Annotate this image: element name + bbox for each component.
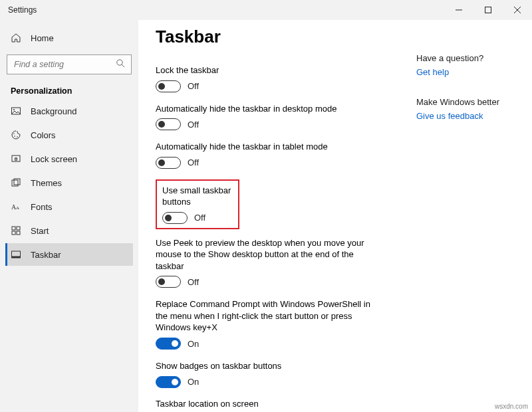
right-rail: Have a question? Get help Make Windows b… (416, 27, 499, 405)
svg-rect-20 (17, 231, 20, 235)
svg-text:A: A (16, 205, 19, 211)
setting-autohide-tablet: Automatically hide the taskbar in tablet… (156, 141, 396, 169)
svg-rect-13 (12, 180, 18, 186)
search-input[interactable] (7, 54, 132, 74)
window-titlebar: Settings (0, 0, 532, 20)
toggle-powershell[interactable] (156, 338, 181, 350)
window-controls (444, 0, 532, 20)
select-label-location: Taskbar location on screen (156, 399, 396, 409)
feedback-link[interactable]: Give us feedback (416, 111, 499, 121)
picture-icon (11, 106, 21, 116)
toggle-peek[interactable] (156, 276, 181, 288)
home-icon (11, 33, 21, 43)
search-icon (116, 58, 126, 69)
sidebar-item-themes[interactable]: Themes (5, 171, 133, 194)
svg-point-7 (13, 109, 15, 110)
sidebar: Home Personalization Background Colors (0, 20, 138, 412)
start-icon (11, 225, 21, 236)
highlight-box: Use small taskbar buttons Off (156, 179, 239, 229)
palette-icon (11, 130, 21, 140)
content: Taskbar Lock the taskbar Off Automatical… (156, 27, 396, 405)
setting-badges: Show badges on taskbar buttons On (156, 360, 396, 388)
sidebar-item-start[interactable]: Start (5, 219, 133, 242)
toggle-lock-taskbar[interactable] (156, 80, 181, 92)
minimize-button[interactable] (444, 0, 473, 20)
setting-lock-taskbar: Lock the taskbar Off (156, 64, 396, 92)
svg-point-4 (117, 60, 122, 65)
sidebar-item-taskbar[interactable]: Taskbar (5, 243, 133, 266)
window-title: Settings (8, 5, 37, 15)
toggle-autohide-desktop[interactable] (156, 118, 181, 130)
svg-rect-17 (12, 227, 15, 230)
toggle-badges[interactable] (156, 376, 181, 388)
maximize-button[interactable] (473, 0, 503, 20)
svg-rect-12 (15, 158, 17, 160)
svg-rect-22 (12, 257, 21, 258)
search-wrap (7, 54, 132, 74)
toggle-autohide-tablet[interactable] (156, 157, 181, 169)
sidebar-item-lockscreen[interactable]: Lock screen (5, 148, 133, 170)
get-help-link[interactable]: Get help (416, 67, 499, 77)
lockscreen-icon (11, 154, 21, 164)
themes-icon (11, 177, 21, 188)
sidebar-category: Personalization (5, 80, 133, 98)
taskbar-icon (11, 249, 21, 260)
svg-rect-6 (12, 108, 21, 114)
setting-peek: Use Peek to preview the desktop when you… (156, 237, 396, 288)
attribution: wsxdn.com (495, 403, 528, 410)
better-heading: Make Windows better (416, 97, 499, 107)
svg-point-9 (14, 136, 15, 137)
setting-powershell: Replace Command Prompt with Windows Powe… (156, 298, 396, 350)
svg-line-5 (122, 64, 124, 67)
sidebar-item-colors[interactable]: Colors (5, 124, 133, 146)
nav-home-label: Home (31, 33, 54, 43)
nav-home[interactable]: Home (5, 27, 133, 49)
svg-point-8 (13, 133, 15, 134)
svg-rect-19 (12, 231, 15, 235)
toggle-small-buttons[interactable] (162, 212, 188, 224)
close-button[interactable] (503, 0, 532, 20)
question-heading: Have a question? (416, 53, 499, 63)
fonts-icon: AA (11, 201, 21, 212)
svg-point-10 (17, 136, 18, 138)
svg-rect-18 (17, 227, 20, 230)
sidebar-item-fonts[interactable]: AA Fonts (5, 195, 133, 218)
svg-rect-14 (14, 179, 20, 185)
sidebar-item-background[interactable]: Background (5, 100, 133, 122)
setting-autohide-desktop: Automatically hide the taskbar in deskto… (156, 103, 396, 131)
svg-rect-1 (485, 7, 491, 13)
main-panel: Taskbar Lock the taskbar Off Automatical… (138, 20, 532, 412)
page-heading: Taskbar (156, 27, 396, 47)
